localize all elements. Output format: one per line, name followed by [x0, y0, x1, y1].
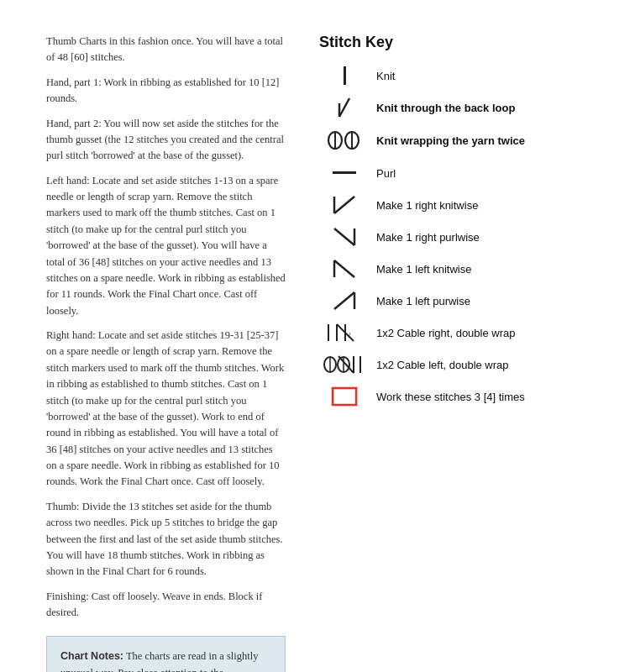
paragraph: Thumb Charts in this fashion once. You w… [46, 34, 286, 66]
m1rp-label: Make 1 right purlwise [370, 231, 480, 244]
paragraph: Finishing: Cast off loosely. Weave in en… [46, 589, 286, 622]
stitch-row-cable-left: 1x2 Cable left, double wrap [319, 352, 601, 377]
repeat-icon [328, 384, 361, 409]
chart-notes: Chart Notes: The charts are read in a sl… [46, 636, 286, 672]
stitch-row-m1lp: Make 1 left purwise [319, 288, 601, 313]
m1rk-symbol [319, 192, 370, 218]
svg-line-14 [334, 292, 354, 309]
chart-notes-para1: Chart Notes: The charts are read in a sl… [60, 648, 271, 672]
chart-notes-bold: Chart Notes: [60, 650, 123, 662]
cable-right-label: 1x2 Cable right, double wrap [370, 327, 516, 339]
stitch-row-wrap: Knit wrapping the yarn twice [319, 127, 601, 154]
m1lp-symbol [319, 288, 370, 313]
stitch-row-knit: Knit [319, 63, 601, 88]
purl-label: Purl [370, 167, 396, 180]
ktbl-label: Knit through the back loop [370, 102, 515, 114]
knit-label: Knit [370, 70, 395, 82]
repeat-label: Work these stitches 3 [4] times [370, 391, 525, 403]
stitch-row-m1rk: Make 1 right knitwise [319, 192, 601, 218]
ktbl-symbol [319, 95, 370, 120]
m1rk-icon [328, 192, 361, 218]
stitch-row-m1rp: Make 1 right purlwise [319, 224, 601, 249]
left-column: Thumb Charts in this fashion once. You w… [46, 34, 307, 672]
stitch-key-column: Stitch Key Knit Knit through [307, 34, 601, 672]
svg-line-12 [334, 260, 354, 277]
cable-left-symbol [319, 352, 370, 377]
ktbl-icon [328, 95, 361, 120]
paragraph: Hand, part 1: Work in ribbing as establi… [46, 75, 286, 108]
content-area: Thumb Charts in this fashion once. You w… [0, 0, 635, 672]
m1lk-symbol [319, 256, 370, 281]
svg-rect-0 [344, 66, 346, 85]
cable-left-label: 1x2 Cable left, double wrap [370, 359, 509, 371]
svg-line-1 [339, 98, 349, 117]
stitch-row-cable-right: / 1x2 Cable right, double wrap [319, 320, 601, 345]
m1lk-icon [328, 256, 361, 281]
svg-line-10 [334, 228, 354, 245]
m1rp-icon [328, 224, 361, 249]
stitch-row-ktbl: Knit through the back loop [319, 95, 601, 120]
repeat-symbol [319, 384, 370, 409]
paragraph: Hand, part 2: You will now set aside the… [46, 116, 286, 165]
svg-rect-28 [333, 388, 356, 405]
knit-symbol [319, 63, 370, 88]
cable-right-symbol: / [319, 320, 370, 345]
m1rk-label: Make 1 right knitwise [370, 199, 478, 212]
knit-icon [328, 63, 361, 88]
paragraph: Thumb: Divide the 13 stitches set aside … [46, 499, 286, 580]
stitch-row-m1lk: Make 1 left knitwise [319, 256, 601, 281]
paragraphs-container: Thumb Charts in this fashion once. You w… [46, 34, 286, 621]
paragraph: Left hand: Locate and set aside stitches… [46, 173, 286, 319]
purl-symbol [319, 160, 370, 186]
svg-line-8 [334, 197, 354, 213]
cable-left-icon [322, 352, 368, 377]
paragraph: Right hand: Locate and set aside stitche… [46, 328, 286, 491]
m1lp-icon [328, 288, 361, 313]
wrap-twice-symbol [319, 127, 370, 154]
purl-icon [328, 160, 361, 186]
svg-rect-7 [333, 171, 356, 174]
cable-right-icon: / [322, 320, 368, 345]
m1rp-symbol [319, 224, 370, 249]
wrap-twice-label: Knit wrapping the yarn twice [370, 134, 525, 147]
stitch-key-title: Stitch Key [319, 34, 601, 51]
stitch-row-purl: Purl [319, 160, 601, 186]
page: Thumb Charts in this fashion once. You w… [0, 0, 635, 672]
m1lp-label: Make 1 left purwise [370, 295, 470, 307]
m1lk-label: Make 1 left knitwise [370, 263, 471, 276]
stitch-row-repeat: Work these stitches 3 [4] times [319, 384, 601, 409]
wrap-twice-icon [323, 127, 365, 154]
